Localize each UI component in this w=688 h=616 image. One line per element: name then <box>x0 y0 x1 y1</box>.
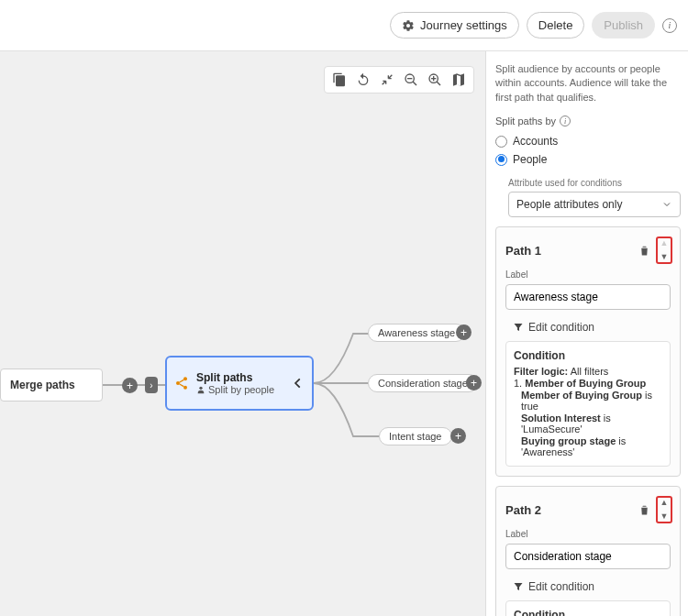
path-chip-awareness[interactable]: Awareness stage <box>368 324 465 342</box>
path-chip-intent[interactable]: Intent stage <box>379 427 452 446</box>
copy-icon[interactable] <box>332 72 347 87</box>
svg-point-11 <box>183 386 187 390</box>
radio-people[interactable]: People <box>495 150 681 169</box>
undo-icon[interactable] <box>356 72 371 87</box>
svg-line-6 <box>437 82 440 85</box>
add-after-consideration-button[interactable]: + <box>466 375 482 390</box>
add-node-button[interactable]: + <box>122 378 138 393</box>
add-after-intent-button[interactable]: + <box>450 428 466 444</box>
svg-point-10 <box>176 381 180 385</box>
canvas[interactable]: Merge paths + › Split paths Split by peo… <box>0 51 485 616</box>
info-icon[interactable]: i <box>560 116 571 126</box>
svg-point-12 <box>199 387 202 390</box>
chevron-down-icon <box>661 199 672 210</box>
condition-summary: Condition Filter logic: All filters 1. M… <box>505 341 671 467</box>
path-title: Path 1 <box>505 244 541 258</box>
filter-icon <box>513 581 524 592</box>
trash-icon[interactable] <box>638 504 650 516</box>
path-title: Path 2 <box>505 503 541 517</box>
delete-button[interactable]: Delete <box>527 12 585 38</box>
top-bar: Journey settings Delete Publish i <box>0 0 688 51</box>
label-input[interactable] <box>505 284 671 310</box>
label-field-label: Label <box>496 527 680 541</box>
split-icon <box>174 376 189 390</box>
label-input[interactable] <box>505 544 671 569</box>
edit-condition-button[interactable]: Edit condition <box>496 317 680 341</box>
zoom-in-icon[interactable] <box>427 72 442 87</box>
canvas-toolbar <box>324 66 474 94</box>
svg-point-9 <box>183 377 187 380</box>
split-paths-node[interactable]: Split paths Split by people <box>165 356 314 411</box>
path-card-2: Path 2 ▲ ▼ Label Edit condition Conditio… <box>495 486 681 616</box>
split-node-subtitle: Split by people <box>208 384 274 395</box>
path-chip-consideration[interactable]: Consideration stage <box>368 374 478 392</box>
side-panel: Split audience by accounts or people wit… <box>485 51 688 616</box>
move-down-button[interactable]: ▼ <box>658 253 671 261</box>
move-up-button[interactable]: ▲ <box>658 499 671 507</box>
reorder-arrows: ▲ ▼ <box>656 236 672 264</box>
map-icon[interactable] <box>451 72 466 87</box>
merge-paths-node[interactable]: Merge paths <box>0 368 103 402</box>
chevron-left-icon[interactable] <box>292 377 305 390</box>
path-card-1: Path 1 ▲ ▼ Label Edit condition Conditio… <box>495 226 681 477</box>
merge-paths-label: Merge paths <box>10 379 75 391</box>
reorder-arrows: ▲ ▼ <box>656 496 672 523</box>
add-after-awareness-button[interactable]: + <box>456 324 472 340</box>
entry-arrow-icon: › <box>145 377 158 393</box>
publish-button[interactable]: Publish <box>592 12 655 38</box>
edit-condition-button[interactable]: Edit condition <box>496 577 680 600</box>
gear-icon <box>402 19 415 32</box>
move-up-button[interactable]: ▲ <box>658 239 671 248</box>
move-down-button[interactable]: ▼ <box>658 512 671 521</box>
collapse-icon[interactable] <box>380 72 394 87</box>
split-node-title: Split paths <box>196 371 284 384</box>
journey-settings-button[interactable]: Journey settings <box>390 12 519 38</box>
trash-icon[interactable] <box>638 245 650 257</box>
journey-settings-label: Journey settings <box>420 18 507 32</box>
person-icon <box>196 385 205 394</box>
radio-accounts[interactable]: Accounts <box>495 132 681 150</box>
attr-used-label: Attribute used for conditions <box>508 178 681 188</box>
zoom-out-icon[interactable] <box>404 72 418 87</box>
filter-icon <box>513 322 524 333</box>
info-icon[interactable]: i <box>662 18 677 33</box>
condition-summary: Condition Filter logic: All filters 1. M… <box>505 600 671 616</box>
attribute-select[interactable]: People attributes only <box>508 192 681 217</box>
panel-description: Split audience by accounts or people wit… <box>495 62 681 104</box>
label-field-label: Label <box>496 268 680 281</box>
radio-icon <box>495 136 507 148</box>
svg-line-2 <box>413 82 416 85</box>
split-by-label: Split paths by i <box>495 116 681 126</box>
radio-icon <box>495 154 507 166</box>
